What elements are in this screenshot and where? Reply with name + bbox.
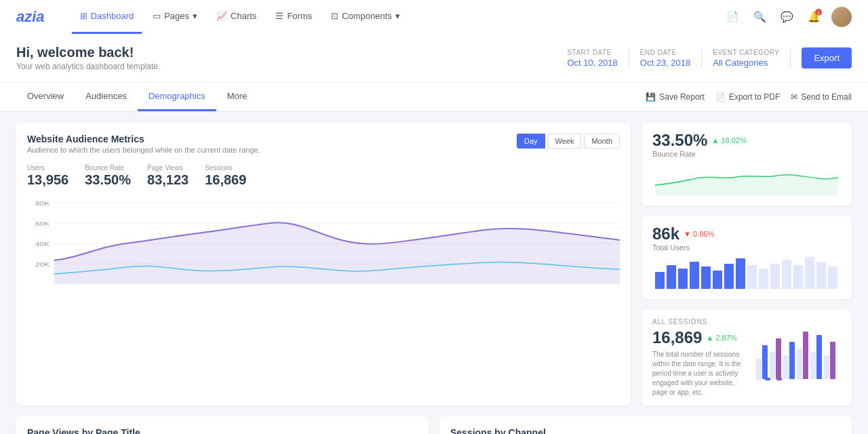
file-icon[interactable]: 📄 — [723, 7, 742, 26]
audience-chart: 80K 60K 40K 20K OCT 21 OCT 22 OCT 23 OCT… — [27, 196, 620, 291]
svg-rect-28 — [756, 359, 762, 379]
svg-text:20K: 20K — [35, 260, 50, 267]
period-week-button[interactable]: Week — [548, 134, 582, 149]
forms-icon: ☰ — [275, 11, 283, 21]
tab-overview[interactable]: Overview — [16, 83, 75, 111]
svg-rect-36 — [810, 352, 816, 379]
svg-rect-42 — [776, 378, 782, 380]
all-sessions-card: ALL SESSIONS 16,869 ▲ 2.87% The total nu… — [642, 310, 852, 406]
svg-rect-14 — [678, 269, 688, 289]
svg-rect-30 — [770, 352, 775, 379]
notification-icon[interactable]: 🔔 1 — [804, 7, 823, 26]
stats-row: Users 13,956 Bounce Rate 33.50% Page Vie… — [27, 162, 620, 188]
period-selector: Day Week Month — [517, 134, 620, 149]
all-sessions-change: ▲ 2.87% — [706, 334, 736, 342]
export-button[interactable]: Export — [802, 47, 852, 68]
save-icon: 💾 — [646, 92, 656, 102]
stat-bounce-value: 33.50% — [85, 172, 131, 188]
stat-bounce-label: Bounce Rate — [85, 164, 124, 172]
sessions-by-channel-card: Sessions by Channel — [439, 416, 852, 434]
charts-icon: 📈 — [216, 11, 227, 21]
all-sessions-description: The total number of sessions within the … — [652, 350, 745, 397]
svg-rect-32 — [783, 355, 789, 379]
svg-rect-39 — [830, 342, 835, 379]
end-date-field: END DATE Oct 23, 2018 — [629, 49, 702, 68]
svg-rect-33 — [789, 342, 795, 379]
tabs-bar: Overview Audiences Demographics More 💾 S… — [0, 83, 868, 112]
search-icon[interactable]: 🔍 — [750, 7, 769, 26]
date-filters: START DATE Oct 10, 2018 END DATE Oct 23,… — [556, 47, 852, 68]
event-category-field: EVENT CATEGORY All Categories — [702, 49, 791, 68]
page-header-content: Hi, welcome back! Your web analytics das… — [16, 45, 160, 71]
svg-rect-13 — [667, 265, 676, 289]
stat-pageviews-value: 83,123 — [147, 172, 189, 188]
svg-rect-35 — [803, 332, 808, 379]
brand-logo[interactable]: azia — [16, 8, 45, 26]
nav-item-charts[interactable]: 📈 Charts — [208, 0, 264, 34]
svg-rect-31 — [776, 338, 781, 379]
metrics-card-header: Website Audience Metrics Audience to whi… — [27, 134, 620, 154]
bounce-rate-sparkline — [652, 158, 841, 195]
metrics-title: Website Audience Metrics — [27, 134, 260, 144]
svg-rect-40 — [756, 378, 762, 380]
stat-users-value: 13,956 — [27, 172, 68, 188]
tab-more[interactable]: More — [216, 83, 258, 111]
svg-rect-37 — [816, 335, 822, 379]
user-avatar[interactable] — [831, 7, 852, 27]
all-sessions-value: 16,869 — [652, 328, 702, 347]
sessions-by-channel-title: Sessions by Channel — [450, 427, 841, 434]
svg-rect-19 — [736, 258, 745, 289]
stat-sessions: Sessions 16,869 — [205, 162, 246, 188]
nav-items: ⊞ Dashboard ▭ Pages ▾ 📈 Charts ☰ Forms ⊡… — [72, 0, 723, 34]
page-views-header: Page Views by Page Title This report is … — [27, 427, 418, 434]
nav-item-components[interactable]: ⊡ Components ▾ — [323, 0, 408, 34]
chat-icon[interactable]: 💬 — [777, 7, 796, 26]
period-month-button[interactable]: Month — [584, 134, 620, 149]
nav-item-dashboard[interactable]: ⊞ Dashboard — [72, 0, 142, 34]
email-icon: ✉ — [791, 92, 797, 102]
svg-rect-17 — [713, 271, 722, 289]
svg-rect-23 — [782, 260, 791, 289]
bottom-section: Page Views by Page Title This report is … — [16, 416, 852, 434]
right-column: 33.50% ▲ 18.02% Bounce Rate 86k ▼ 0.86% — [642, 123, 852, 406]
total-users-value: 86k — [652, 224, 679, 243]
chevron-down-icon-2: ▾ — [395, 11, 400, 21]
components-icon: ⊡ — [331, 11, 338, 21]
svg-rect-18 — [724, 264, 734, 289]
pdf-icon: 📄 — [715, 92, 726, 102]
period-day-button[interactable]: Day — [517, 134, 545, 149]
svg-rect-29 — [762, 345, 768, 379]
svg-rect-34 — [797, 349, 802, 379]
svg-rect-24 — [793, 265, 803, 289]
total-users-change: ▼ 0.86% — [684, 230, 714, 238]
bounce-rate-label: Bounce Rate — [652, 150, 747, 158]
total-users-label: Total Users — [652, 243, 714, 252]
stat-pageviews-label: Page Views — [147, 164, 183, 172]
send-email-button[interactable]: ✉ Send to Email — [791, 92, 852, 102]
svg-rect-38 — [824, 355, 829, 379]
nav-item-forms[interactable]: ☰ Forms — [267, 0, 320, 34]
svg-text:60K: 60K — [35, 220, 50, 226]
stat-page-views: Page Views 83,123 — [147, 162, 189, 188]
page-title: Hi, welcome back! — [16, 45, 160, 60]
page-header: Hi, welcome back! Your web analytics das… — [0, 34, 868, 83]
start-date-field: START DATE Oct 10, 2018 — [556, 49, 629, 68]
svg-rect-25 — [805, 257, 814, 289]
save-report-button[interactable]: 💾 Save Report — [646, 92, 705, 102]
tab-audiences[interactable]: Audiences — [75, 83, 138, 111]
nav-item-pages[interactable]: ▭ Pages ▾ — [144, 0, 205, 34]
svg-rect-16 — [701, 267, 711, 289]
svg-rect-21 — [759, 269, 768, 289]
total-users-card: 86k ▼ 0.86% Total Users — [642, 216, 852, 299]
tab-demographics[interactable]: Demographics — [138, 83, 216, 111]
stat-users-label: Users — [27, 164, 45, 172]
export-pdf-button[interactable]: 📄 Export to PDF — [715, 92, 780, 102]
stat-sessions-value: 16,869 — [205, 172, 246, 188]
navbar: azia ⊞ Dashboard ▭ Pages ▾ 📈 Charts ☰ Fo… — [0, 0, 868, 34]
svg-rect-27 — [828, 267, 837, 289]
bounce-rate-value: 33.50% — [652, 131, 707, 150]
notification-badge: 1 — [815, 9, 822, 16]
bounce-rate-change: ▲ 18.02% — [711, 136, 746, 144]
page-views-title: Page Views by Page Title — [27, 427, 418, 434]
website-audience-metrics-card: Website Audience Metrics Audience to whi… — [16, 123, 631, 406]
